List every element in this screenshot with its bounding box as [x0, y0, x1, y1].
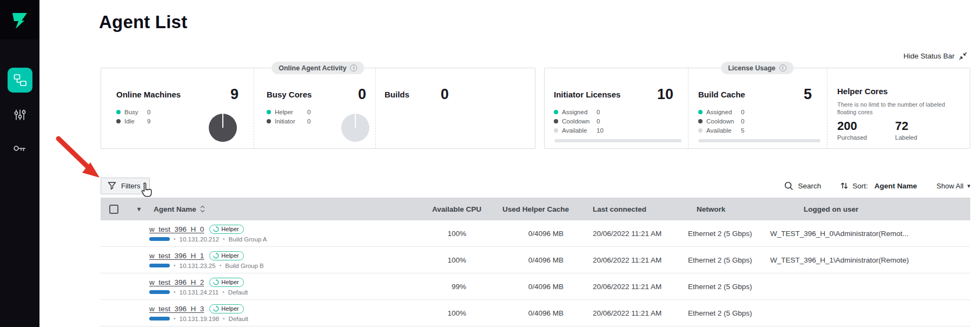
info-icon[interactable]: i [350, 64, 357, 71]
table-toolbar: Filters Search Sort:Agent Name Show All … [101, 176, 970, 195]
search-label: Search [798, 182, 822, 190]
legend-label: Cooldown [706, 118, 741, 125]
helper-badge: Helper [209, 251, 243, 260]
online-machines-label: Online Machines [116, 90, 181, 99]
busy-cores-label: Busy Cores [267, 90, 312, 99]
hide-status-bar-button[interactable]: Hide Status Bar [903, 52, 967, 60]
column-header-used-helper-cache[interactable]: Used Helper Cache [481, 205, 569, 213]
busy-cores-value: 0 [358, 87, 366, 102]
legend-label: Available [562, 127, 597, 134]
purchased-label: Purchased [837, 134, 867, 141]
column-header-last-connected[interactable]: Last connected [569, 205, 685, 213]
bullet-separator: • [220, 263, 222, 269]
column-sort-icon [200, 205, 205, 213]
last-connected-cell: 20/06/2022 11:21 AM [569, 283, 685, 291]
hide-status-bar-label: Hide Status Bar [903, 52, 955, 60]
labeled-stat: 72 Labeled [895, 120, 917, 141]
helper-cores-section: Helper Cores There is no limit to the nu… [827, 68, 970, 148]
legend-value: 5 [741, 127, 744, 134]
column-header-agent-name[interactable]: Agent Name [149, 205, 381, 213]
online-activity-title-pill: Online Agent Activity i [272, 62, 364, 74]
helper-badge-icon [213, 226, 219, 232]
busy-cores-section: Busy Cores 0 Helper0 Initiator0 [254, 68, 375, 148]
annotation-red-arrow [53, 135, 107, 185]
used-helper-cache-cell: 0/4096 MB [481, 230, 569, 238]
bullet-separator: • [222, 289, 224, 295]
available-cpu-cell: 100% [381, 256, 481, 264]
helper-badge-label: Helper [221, 305, 239, 312]
online-machines-section: Online Machines 9 Busy0 Idle9 [101, 68, 254, 148]
bullet-separator: • [174, 289, 176, 295]
app-logo[interactable] [0, 0, 39, 40]
helper-badge-icon [213, 253, 219, 259]
bullet-separator: • [174, 263, 176, 269]
agent-ip: 10.131.23.25 [180, 263, 216, 269]
helper-badge: Helper [209, 225, 243, 234]
build-cache-legend: Assigned0 Cooldown0 Available5 [698, 107, 812, 135]
initiator-licenses-label: Initiator Licenses [554, 90, 620, 99]
agent-group: Build Group A [229, 236, 267, 243]
helper-badge-label: Helper [221, 226, 239, 232]
sort-label: Sort: [852, 182, 868, 190]
column-header-network[interactable]: Network [685, 205, 763, 213]
sort-control[interactable]: Sort:Agent Name [840, 181, 917, 190]
agent-name-link[interactable]: w_test_396_H_3 [149, 305, 204, 313]
initiator-dot [267, 119, 271, 123]
build-cache-label: Build Cache [698, 90, 745, 99]
idle-dot [116, 119, 121, 123]
table-row[interactable]: w_test_396_H_0 Helper • 10.131.20.212 • … [101, 220, 970, 247]
sidebar-item-settings[interactable] [8, 103, 32, 126]
helper-badge-label: Helper [221, 252, 239, 259]
network-cell: Ethernet 2 (5 Gbps) [685, 256, 763, 264]
show-all-label: Show All [937, 182, 964, 190]
sidebar-item-agents[interactable] [8, 68, 32, 93]
info-icon[interactable]: i [779, 64, 786, 71]
agent-group: Default [228, 289, 248, 296]
helper-badge-label: Helper [221, 279, 239, 285]
agent-name-link[interactable]: w_test_396_H_2 [149, 278, 204, 286]
available-dot [554, 128, 558, 133]
network-cell: Ethernet 2 (5 Gbps) [685, 309, 763, 317]
sliders-icon [14, 108, 27, 121]
sidebar-item-licenses[interactable] [8, 137, 32, 160]
available-cpu-cell: 100% [381, 230, 481, 238]
agent-ip: 10.131.20.212 [180, 236, 220, 243]
table-row[interactable]: w_test_396_H_1 Helper • 10.131.23.25 • B… [101, 247, 970, 273]
table-row[interactable]: w_test_396_H_2 Helper • 10.131.24.211 • … [101, 273, 970, 300]
agent-name-link[interactable]: w_test_396_H_0 [149, 225, 204, 233]
builds-section: Builds 0 [375, 68, 535, 148]
cpu-allocation-bar [149, 290, 170, 294]
key-icon [13, 141, 27, 155]
column-header-logged-on-user[interactable]: Logged on user [763, 205, 970, 213]
table-row[interactable]: w_test_396_H_3 Helper • 10.131.19.198 • … [101, 300, 970, 326]
agents-table: ▾ Agent Name Available CPU Used Helper C… [101, 198, 970, 326]
agent-group: Build Group B [225, 263, 264, 269]
filters-button-label: Filters [121, 182, 140, 190]
expand-all-chevron-icon[interactable]: ▾ [129, 205, 149, 213]
build-cache-value: 5 [804, 87, 812, 102]
legend-value: 0 [147, 109, 150, 115]
initiator-licenses-section: Initiator Licenses 10 Assigned0 Cooldown… [545, 68, 688, 148]
helper-badge-icon [213, 279, 219, 285]
sort-arrows-icon [840, 181, 848, 190]
sidebar [0, 0, 39, 327]
select-all-checkbox[interactable] [109, 205, 118, 214]
network-cell: Ethernet 2 (5 Gbps) [685, 230, 763, 238]
helper-cores-label: Helper Cores [837, 87, 888, 96]
used-helper-cache-cell: 0/4096 MB [481, 256, 569, 264]
collapse-icon [959, 52, 967, 60]
bullet-separator: • [223, 316, 225, 322]
filters-button[interactable]: Filters [101, 178, 150, 194]
column-header-available-cpu[interactable]: Available CPU [381, 205, 481, 213]
legend-label: Cooldown [562, 118, 597, 125]
legend-value: 0 [597, 118, 600, 125]
online-activity-title: Online Agent Activity [279, 64, 346, 72]
search-button[interactable]: Search [784, 181, 822, 191]
builds-value: 0 [441, 87, 449, 102]
online-agent-activity-card: Online Agent Activity i Online Machines … [101, 68, 535, 149]
agent-name-link[interactable]: w_test_396_H_1 [149, 252, 204, 260]
online-machines-value: 9 [230, 87, 239, 102]
show-all-dropdown[interactable]: Show All ▾ [937, 182, 970, 190]
builds-label: Builds [385, 90, 409, 99]
available-dot [698, 128, 703, 133]
